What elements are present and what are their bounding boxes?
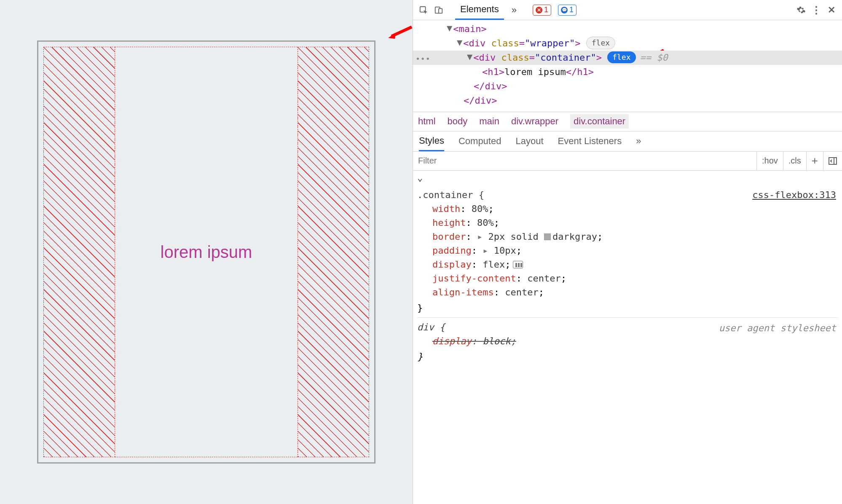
selected-marker: == $0	[640, 52, 668, 63]
source-label: user agent stylesheet	[719, 321, 836, 335]
page-preview: lorem ipsum	[0, 0, 413, 504]
css-declaration[interactable]: justify-content: center;	[417, 271, 838, 285]
styles-tabbar: Styles Computed Layout Event Listeners »	[413, 131, 842, 151]
styles-filter-input[interactable]	[413, 152, 756, 170]
error-badge[interactable]: ✕ 1	[533, 5, 551, 16]
svg-rect-2	[439, 8, 442, 13]
tab-event-listeners[interactable]: Event Listeners	[558, 136, 622, 147]
css-declaration[interactable]: display: flex;	[417, 257, 838, 271]
sidebar-toggle-icon[interactable]	[823, 152, 842, 170]
preview-container: lorem ipsum	[37, 40, 375, 464]
css-rule-container[interactable]: css-flexbox:313 .container { width: 80%;…	[417, 185, 838, 315]
preview-wrapper: lorem ipsum	[43, 47, 369, 458]
dom-node-container[interactable]: •••▼<div class="container"> flex== $0	[413, 51, 842, 65]
tab-computed[interactable]: Computed	[459, 136, 501, 147]
rule-truncated-close: ⌄	[417, 171, 838, 185]
rule-close: }	[417, 299, 838, 315]
css-rule-div-ua[interactable]: user agent stylesheet div { display: blo…	[417, 317, 838, 364]
css-declaration[interactable]: height: 80%;	[417, 216, 838, 230]
device-toggle-icon[interactable]	[432, 4, 445, 16]
css-declaration[interactable]: align-items: center;	[417, 285, 838, 299]
dom-node-div-close[interactable]: </div>	[413, 94, 842, 108]
color-swatch[interactable]	[544, 233, 551, 240]
messages-badge[interactable]: 💬 1	[558, 5, 577, 16]
breadcrumb-item[interactable]: main	[479, 116, 499, 127]
devtools-toolbar: Elements » ✕ 1 💬 1 ⋮ ✕	[413, 0, 842, 20]
tab-layout[interactable]: Layout	[515, 136, 543, 147]
preview-heading: lorem ipsum	[161, 243, 252, 262]
message-count: 1	[569, 5, 574, 14]
new-rule-button[interactable]: +	[806, 152, 823, 170]
styles-tabs-overflow[interactable]: »	[636, 136, 641, 147]
breadcrumb-item[interactable]: div.wrapper	[511, 116, 558, 127]
dom-node-h1[interactable]: <h1>lorem ipsum</h1>	[413, 65, 842, 79]
message-icon: 💬	[561, 7, 568, 13]
cls-toggle[interactable]: .cls	[783, 152, 806, 170]
settings-icon[interactable]	[795, 4, 807, 16]
css-declaration[interactable]: width: 80%;	[417, 202, 838, 216]
css-declaration[interactable]: border: ▸ 2px solid darkgray;	[417, 230, 838, 244]
error-count: 1	[544, 5, 548, 14]
tab-elements[interactable]: Elements	[455, 0, 504, 20]
style-rules: ⌄ css-flexbox:313 .container { width: 80…	[413, 171, 842, 370]
flex-badge-active[interactable]: flex	[607, 51, 636, 63]
flex-gap-left-overlay	[43, 47, 115, 458]
breadcrumb: html body main div.wrapper div.container	[413, 112, 842, 131]
kebab-menu-icon[interactable]: ⋮	[810, 4, 823, 16]
dom-node-wrapper[interactable]: ▼<div class="wrapper"> flex	[413, 36, 842, 51]
hov-toggle[interactable]: :hov	[756, 152, 783, 170]
tabs-overflow[interactable]: »	[507, 0, 522, 20]
devtools-panel: Elements » ✕ 1 💬 1 ⋮ ✕ ▼<main> ▼<div cla…	[413, 0, 842, 504]
breadcrumb-item[interactable]: body	[448, 116, 468, 127]
breadcrumb-item[interactable]: html	[418, 116, 436, 127]
styles-toolbar: :hov .cls +	[413, 151, 842, 171]
flex-gap-right-overlay	[298, 47, 369, 458]
close-icon[interactable]: ✕	[825, 4, 838, 16]
css-declaration[interactable]: display: block;	[417, 334, 838, 348]
flex-item-overlay: lorem ipsum	[115, 47, 298, 458]
flex-badge[interactable]: flex	[586, 37, 615, 49]
css-declaration[interactable]: padding: ▸ 10px;	[417, 244, 838, 257]
dom-node-main[interactable]: ▼<main>	[413, 22, 842, 36]
dom-tree[interactable]: ▼<main> ▼<div class="wrapper"> flex •••▼…	[413, 20, 842, 112]
tab-styles[interactable]: Styles	[419, 131, 444, 151]
rule-close: }	[417, 348, 838, 364]
source-link[interactable]: css-flexbox:313	[752, 188, 836, 202]
dom-node-div-close[interactable]: </div>	[413, 79, 842, 94]
flex-editor-icon[interactable]	[513, 261, 523, 268]
annotation-arrow-left	[387, 25, 413, 40]
breadcrumb-item-selected[interactable]: div.container	[570, 114, 629, 129]
inspect-icon[interactable]	[417, 4, 430, 16]
ellipsis-icon[interactable]: •••	[416, 53, 431, 65]
error-icon: ✕	[536, 7, 542, 13]
